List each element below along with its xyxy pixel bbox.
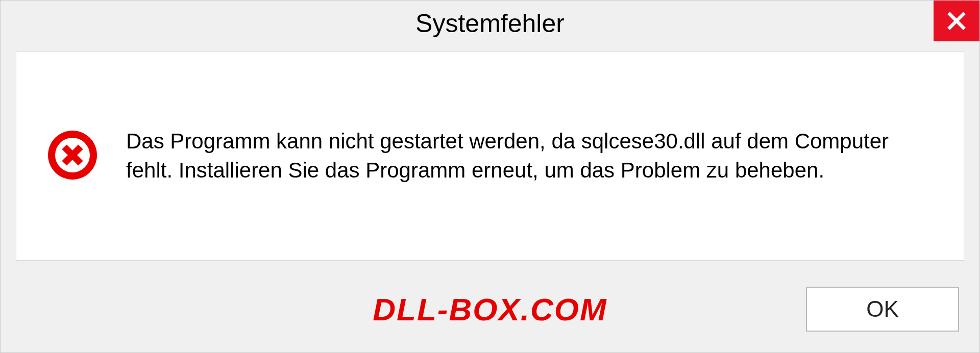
dialog-title: Systemfehler bbox=[415, 9, 565, 38]
dialog-footer: DLL-BOX.COM OK bbox=[1, 276, 979, 352]
error-dialog: Systemfehler Das Programm kann nicht ges… bbox=[0, 0, 980, 353]
close-icon bbox=[946, 11, 967, 31]
close-button[interactable] bbox=[934, 1, 979, 41]
error-icon bbox=[47, 130, 98, 183]
ok-button[interactable]: OK bbox=[806, 287, 959, 332]
watermark-text: DLL-BOX.COM bbox=[373, 291, 607, 327]
titlebar: Systemfehler bbox=[1, 1, 979, 46]
error-message: Das Programm kann nicht gestartet werden… bbox=[126, 127, 933, 185]
content-panel: Das Programm kann nicht gestartet werden… bbox=[16, 52, 964, 261]
